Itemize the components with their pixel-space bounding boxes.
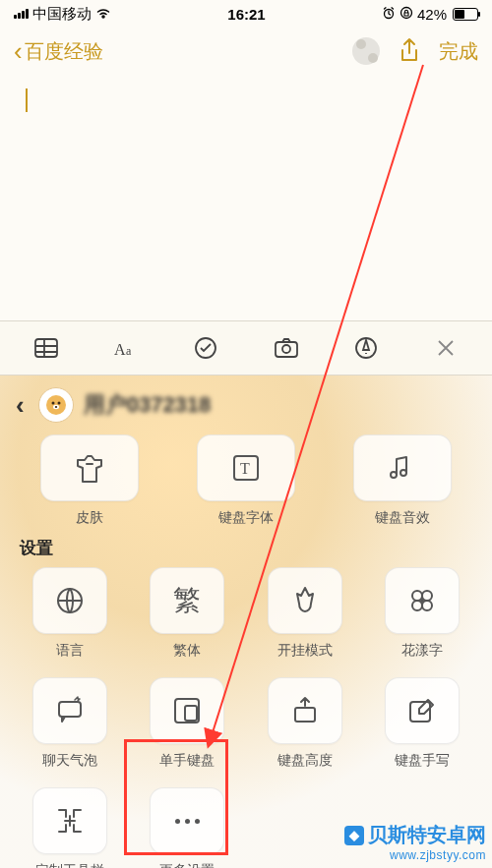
traditional-glyph: 繁 xyxy=(173,582,201,619)
chevron-left-icon: ‹ xyxy=(14,38,23,64)
text-cursor xyxy=(26,88,28,112)
status-bar: 中国移动 16:21 42% xyxy=(0,0,492,28)
ellipsis-icon xyxy=(175,819,200,824)
svg-rect-24 xyxy=(59,702,81,717)
carrier-label: 中国移动 xyxy=(32,5,92,24)
ime-username[interactable]: 用户0372318 xyxy=(84,390,212,420)
ime-settings-panel: ‹ 用户0372318 皮肤 T 键盘字体 键盘音效 设置 语言 xyxy=(0,376,492,868)
ime-header: ‹ 用户0372318 xyxy=(0,376,492,431)
collaborator-icon[interactable] xyxy=(352,37,380,65)
tile-label: 聊天气泡 xyxy=(42,752,97,770)
tile-one-hand[interactable]: 单手键盘 xyxy=(136,677,240,770)
battery-icon xyxy=(453,8,478,21)
tile-chat-bubble[interactable]: 聊天气泡 xyxy=(18,677,122,770)
camera-icon[interactable] xyxy=(270,331,303,365)
tile-label: 定制工具栏 xyxy=(35,862,104,868)
svg-text:A: A xyxy=(114,341,126,358)
tile-handwriting[interactable]: 键盘手写 xyxy=(371,677,475,770)
tile-language[interactable]: 语言 xyxy=(18,567,122,660)
status-time: 16:21 xyxy=(227,6,265,23)
tile-keyboard-height[interactable]: 键盘高度 xyxy=(253,677,357,770)
svg-point-19 xyxy=(412,591,422,601)
tile-label: 更多设置 xyxy=(159,862,215,868)
svg-point-7 xyxy=(282,345,290,353)
dismiss-keyboard-icon[interactable] xyxy=(429,331,462,365)
status-right: 42% xyxy=(382,6,478,23)
nav-bar: ‹ 百度经验 完成 xyxy=(0,28,492,75)
tile-custom-toolbar[interactable]: 定制工具栏 xyxy=(18,787,122,868)
svg-text:T: T xyxy=(240,460,250,477)
svg-point-10 xyxy=(51,402,54,405)
svg-rect-27 xyxy=(295,708,315,722)
ime-appearance-row: 皮肤 T 键盘字体 键盘音效 xyxy=(18,434,474,527)
table-icon[interactable] xyxy=(30,331,63,365)
tile-label: 皮肤 xyxy=(76,509,103,527)
tile-fancy-text[interactable]: 花漾字 xyxy=(371,567,475,660)
ime-back-button[interactable]: ‹ xyxy=(16,390,25,421)
battery-percent: 42% xyxy=(417,6,447,23)
svg-point-21 xyxy=(412,601,422,610)
tile-label: 开挂模式 xyxy=(277,642,333,660)
alarm-icon xyxy=(382,6,396,23)
svg-point-22 xyxy=(422,601,432,610)
tile-cheat-mode[interactable]: 开挂模式 xyxy=(253,567,357,660)
tile-label: 键盘高度 xyxy=(277,752,333,770)
tile-label: 键盘字体 xyxy=(218,509,274,527)
share-button[interactable] xyxy=(398,37,421,65)
watermark-title: 贝斯特安卓网 xyxy=(368,822,486,848)
svg-point-17 xyxy=(400,470,406,476)
text-format-icon[interactable]: Aa xyxy=(109,331,143,365)
note-editor[interactable] xyxy=(0,75,492,320)
svg-point-16 xyxy=(391,472,397,478)
svg-rect-25 xyxy=(175,699,199,723)
markup-icon[interactable] xyxy=(349,331,383,365)
tile-label: 单手键盘 xyxy=(159,752,215,770)
tile-traditional[interactable]: 繁 繁体 xyxy=(136,567,240,660)
tile-label: 繁体 xyxy=(173,642,201,660)
back-button[interactable]: ‹ 百度经验 xyxy=(14,38,103,65)
wifi-icon xyxy=(95,6,111,22)
ime-user-avatar[interactable] xyxy=(38,387,74,423)
svg-rect-26 xyxy=(185,706,197,721)
tile-keyboard-sound[interactable]: 键盘音效 xyxy=(332,434,474,527)
tile-skin[interactable]: 皮肤 xyxy=(18,434,160,527)
notes-toolbar: Aa xyxy=(0,320,492,376)
tile-label: 键盘手写 xyxy=(395,752,450,770)
svg-point-11 xyxy=(57,402,60,405)
svg-point-23 xyxy=(420,599,424,603)
tile-keyboard-font[interactable]: T 键盘字体 xyxy=(174,434,317,527)
watermark: ◆ 贝斯特安卓网 www.zjbstyy.com xyxy=(344,822,486,862)
svg-text:a: a xyxy=(126,344,132,358)
watermark-url: www.zjbstyy.com xyxy=(344,848,486,862)
svg-point-13 xyxy=(54,406,56,408)
done-button[interactable]: 完成 xyxy=(439,38,478,65)
svg-point-20 xyxy=(422,591,432,601)
status-left: 中国移动 xyxy=(14,5,111,24)
checklist-icon[interactable] xyxy=(189,331,222,365)
settings-section-title: 设置 xyxy=(20,537,472,559)
svg-rect-2 xyxy=(35,339,57,357)
watermark-logo-icon: ◆ xyxy=(344,826,364,845)
signal-icon xyxy=(14,9,29,19)
tile-label: 语言 xyxy=(56,642,84,660)
back-label: 百度经验 xyxy=(25,38,103,65)
tile-label: 花漾字 xyxy=(401,642,443,660)
tile-more-settings[interactable]: 更多设置 xyxy=(136,787,240,868)
orientation-lock-icon xyxy=(400,6,413,23)
tile-label: 键盘音效 xyxy=(375,509,430,527)
